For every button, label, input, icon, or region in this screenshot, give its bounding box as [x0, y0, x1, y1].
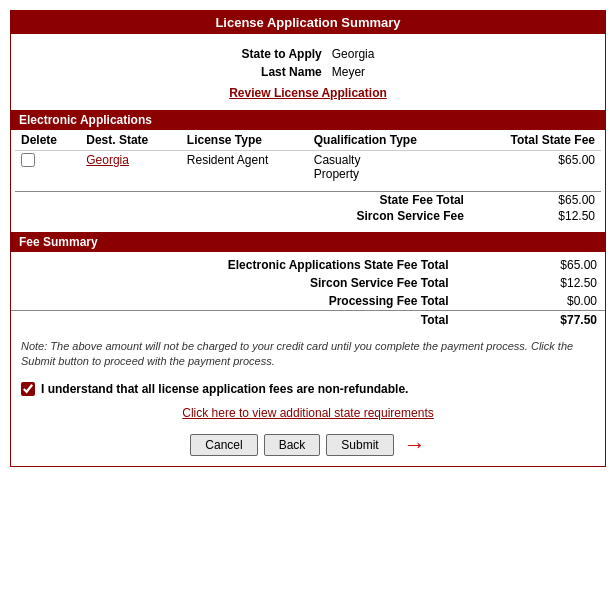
back-button[interactable]: Back [264, 434, 321, 456]
sircon-service-fee-label: Sircon Service Fee [308, 208, 470, 224]
additional-link-section: Click here to view additional state requ… [11, 402, 605, 424]
main-header: License Application Summary [11, 11, 605, 34]
delete-checkbox-cell [15, 151, 80, 184]
col-total-state-fee: Total State Fee [470, 130, 601, 151]
state-fee-total-value: $65.00 [470, 192, 601, 209]
last-name-label: Last Name [238, 64, 326, 80]
fs-total-value: $77.50 [457, 311, 606, 330]
license-type-cell: Resident Agent [181, 151, 308, 184]
spacer-row [15, 183, 601, 192]
electronic-applications-header: Electronic Applications [11, 110, 605, 130]
understand-checkbox[interactable] [21, 382, 35, 396]
fs-label-1: Sircon Service Fee Total [11, 274, 457, 292]
electronic-applications-table: Delete Dest. State License Type Qualific… [15, 130, 601, 224]
summary-table: State to Apply Georgia Last Name Meyer [236, 44, 381, 82]
fee-summary-section: Electronic Applications State Fee Total … [11, 252, 605, 333]
qualification-property: Property [314, 167, 464, 181]
col-delete: Delete [15, 130, 80, 151]
sircon-service-fee-row: Sircon Service Fee $12.50 [15, 208, 601, 224]
electronic-applications-section: Delete Dest. State License Type Qualific… [11, 130, 605, 224]
fs-label-0: Electronic Applications State Fee Total [11, 256, 457, 274]
state-fee-total-label: State Fee Total [308, 192, 470, 209]
fee-summary-table: Electronic Applications State Fee Total … [11, 256, 605, 329]
col-dest-state: Dest. State [80, 130, 181, 151]
fs-row-0: Electronic Applications State Fee Total … [11, 256, 605, 274]
delete-checkbox[interactable] [21, 153, 35, 167]
review-license-link[interactable]: Review License Application [31, 86, 585, 100]
electronic-applications-label: Electronic Applications [19, 113, 152, 127]
understand-label: I understand that all license applicatio… [41, 382, 408, 396]
fee-summary-header: Fee Summary [11, 232, 605, 252]
fee-summary-label: Fee Summary [19, 235, 98, 249]
button-row: Cancel Back Submit → [11, 424, 605, 466]
additional-state-requirements-link[interactable]: Click here to view additional state requ… [182, 406, 433, 420]
last-name-row: Last Name Meyer [238, 64, 379, 80]
submit-button[interactable]: Submit [326, 434, 393, 456]
table-row: Georgia Resident Agent Casualty Property… [15, 151, 601, 184]
fs-value-2: $0.00 [457, 292, 606, 311]
fs-total-label: Total [11, 311, 457, 330]
cancel-button[interactable]: Cancel [190, 434, 257, 456]
main-header-text: License Application Summary [215, 15, 400, 30]
fs-total-row: Total $77.50 [11, 311, 605, 330]
sircon-service-fee-value: $12.50 [470, 208, 601, 224]
understand-row: I understand that all license applicatio… [11, 376, 605, 402]
georgia-state-link[interactable]: Georgia [86, 153, 129, 167]
total-state-fee-cell: $65.00 [470, 151, 601, 184]
submit-arrow-indicator: → [404, 434, 426, 456]
col-license-type: License Type [181, 130, 308, 151]
fs-value-1: $12.50 [457, 274, 606, 292]
last-name-value: Meyer [328, 64, 379, 80]
state-fee-total-row: State Fee Total $65.00 [15, 192, 601, 209]
qualification-type-cell: Casualty Property [308, 151, 470, 184]
summary-info: State to Apply Georgia Last Name Meyer R… [11, 34, 605, 110]
state-to-apply-value: Georgia [328, 46, 379, 62]
col-qualification-type: Qualification Type [308, 130, 470, 151]
fs-value-0: $65.00 [457, 256, 606, 274]
fs-label-2: Processing Fee Total [11, 292, 457, 311]
state-to-apply-row: State to Apply Georgia [238, 46, 379, 62]
dest-state-cell: Georgia [80, 151, 181, 184]
main-container: License Application Summary State to App… [10, 10, 606, 467]
table-header-row: Delete Dest. State License Type Qualific… [15, 130, 601, 151]
note-text: Note: The above amount will not be charg… [11, 333, 605, 376]
qualification-casualty: Casualty [314, 153, 464, 167]
fs-row-2: Processing Fee Total $0.00 [11, 292, 605, 311]
fs-row-1: Sircon Service Fee Total $12.50 [11, 274, 605, 292]
state-to-apply-label: State to Apply [238, 46, 326, 62]
spacer [11, 224, 605, 232]
